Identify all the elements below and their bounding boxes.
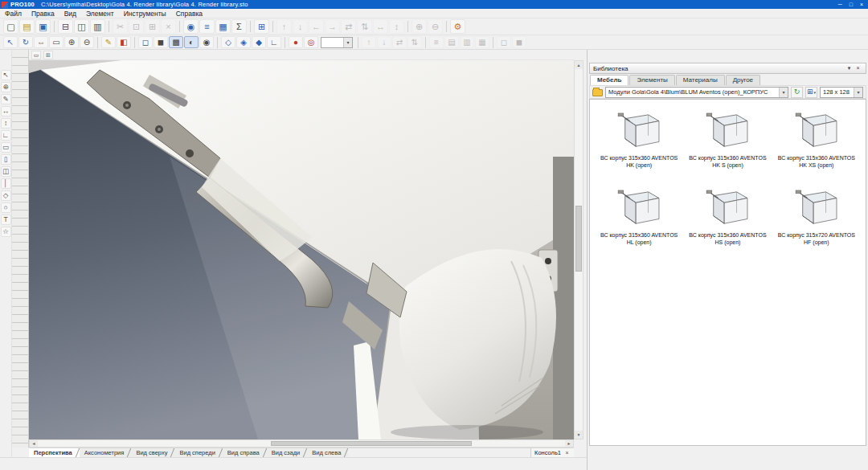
- library-panel-header[interactable]: Библиотека ▾ ×: [589, 63, 866, 74]
- text-tool-button[interactable]: T: [1, 215, 11, 225]
- align-bottom-button[interactable]: ↓: [293, 19, 308, 34]
- lock-button[interactable]: ◻: [497, 36, 511, 48]
- board-tool-button[interactable]: ▯: [1, 154, 11, 165]
- menu-edit[interactable]: Правка: [27, 9, 59, 18]
- ungroup-button[interactable]: ⊖: [428, 19, 443, 34]
- scroll-left-arrow[interactable]: ◄: [30, 440, 38, 447]
- view-tab-axonometry[interactable]: Аксонометрия: [80, 448, 132, 457]
- vertical-scroll-thumb[interactable]: [575, 206, 582, 272]
- visibility-button[interactable]: ◉: [199, 36, 214, 48]
- scroll-up-arrow[interactable]: ▲: [575, 61, 583, 69]
- menu-tools[interactable]: Инструменты: [119, 9, 171, 18]
- view-tab-right[interactable]: Вид справа: [223, 448, 267, 457]
- cut-button[interactable]: ✂: [113, 19, 128, 34]
- pencil-tool-button[interactable]: ✎: [1, 94, 11, 104]
- render-button[interactable]: ◎: [304, 36, 318, 48]
- select-tool-button[interactable]: ↖: [3, 36, 18, 48]
- menu-help[interactable]: Справка: [171, 9, 207, 18]
- circle-tool-button[interactable]: ○: [1, 202, 11, 213]
- 3d-viewport[interactable]: [29, 60, 574, 439]
- star-tool-button[interactable]: ☆: [1, 227, 11, 237]
- calculation-button[interactable]: Σ: [231, 19, 247, 34]
- save-button[interactable]: ▣: [35, 19, 51, 34]
- print-preview-button[interactable]: ◫: [74, 19, 89, 34]
- grid-button[interactable]: ⊞: [254, 19, 269, 34]
- snap-edge-button[interactable]: ◆: [252, 36, 266, 48]
- ruler-toggle-button[interactable]: ▭: [31, 51, 41, 59]
- fit-height-button[interactable]: ▥: [460, 36, 474, 48]
- menu-file[interactable]: Файл: [0, 9, 27, 18]
- fit-both-button[interactable]: ▦: [475, 36, 489, 48]
- snap-point-button[interactable]: ◈: [236, 36, 251, 48]
- library-item[interactable]: ВС корпус 315x360 AVENTOS HK S (open): [686, 112, 769, 169]
- panel-tool-button[interactable]: ◫: [1, 166, 11, 177]
- library-path-combobox[interactable]: Модули Gola\Gola 4\Blum\BLUM Aventos (op…: [605, 87, 788, 98]
- minimize-button[interactable]: ─: [838, 0, 842, 9]
- menu-view[interactable]: Вид: [59, 9, 81, 18]
- angle-tool-button[interactable]: ∟: [1, 130, 11, 141]
- view-tab-back[interactable]: Вид сзади: [267, 448, 308, 457]
- panel-close-button[interactable]: ×: [854, 63, 862, 73]
- print-button[interactable]: ⊟: [58, 19, 73, 34]
- library-item[interactable]: ВС корпус 315x360 AVENTOS HL (open): [597, 190, 681, 246]
- align-left-button[interactable]: ←: [309, 19, 324, 34]
- rotate-view-button[interactable]: ↻: [18, 36, 33, 48]
- zoom-window-button[interactable]: ▭: [49, 36, 63, 48]
- center-horizontal-button[interactable]: ⇄: [341, 19, 356, 34]
- edit-mode-button[interactable]: ✎: [101, 36, 116, 48]
- report-button[interactable]: ≡: [199, 19, 215, 34]
- zoom-tool-button[interactable]: ⊕: [1, 82, 11, 92]
- horizontal-scroll-thumb[interactable]: [271, 441, 472, 446]
- shape-tool-button[interactable]: ◇: [1, 190, 11, 201]
- zoom-out-button[interactable]: ⊖: [80, 36, 94, 48]
- move-up-button[interactable]: ↑: [362, 36, 376, 48]
- flip-vertical-button[interactable]: ⇅: [407, 36, 422, 48]
- delete-button[interactable]: ×: [161, 19, 176, 34]
- align-top-button[interactable]: ↑: [276, 19, 292, 34]
- pan-view-button[interactable]: ⇔: [34, 36, 48, 48]
- update-library-button[interactable]: ◉: [183, 19, 199, 34]
- horizontal-scrollbar[interactable]: ◄ ►: [29, 439, 574, 448]
- maximize-button[interactable]: □: [850, 0, 853, 9]
- view-tab-left[interactable]: Вид слева: [307, 448, 348, 457]
- library-tab-other[interactable]: Другое: [726, 75, 760, 85]
- close-button[interactable]: ×: [860, 0, 863, 9]
- align-right-button[interactable]: →: [325, 19, 340, 34]
- shadows-mode-button[interactable]: ◐: [184, 36, 199, 48]
- open-button[interactable]: ▤: [19, 19, 35, 34]
- rod-tool-button[interactable]: │: [1, 178, 11, 189]
- console-close-icon[interactable]: ×: [563, 450, 571, 456]
- library-tab-materials[interactable]: Материалы: [676, 75, 725, 85]
- console-tab[interactable]: Консоль1: [534, 448, 561, 457]
- guides-toggle-button[interactable]: ⊞: [43, 51, 53, 59]
- group-button[interactable]: ⊕: [411, 19, 427, 34]
- align-faces-button[interactable]: ≡: [429, 36, 444, 48]
- distribute-vertical-button[interactable]: ↕: [389, 19, 404, 34]
- zoom-in-button[interactable]: ⊕: [64, 36, 79, 48]
- ortho-mode-button[interactable]: ∟: [267, 36, 281, 48]
- view-tab-perspective[interactable]: Перспектива: [29, 448, 80, 457]
- zoom-level-combobox[interactable]: ▾: [321, 37, 353, 48]
- center-vertical-button[interactable]: ⇅: [357, 19, 372, 34]
- camera-button[interactable]: ●: [289, 36, 303, 48]
- panel-menu-button[interactable]: ▾: [845, 63, 854, 73]
- paste-button[interactable]: ⊞: [145, 19, 160, 34]
- wall-tool-button[interactable]: ▭: [1, 142, 11, 153]
- price-list-button[interactable]: ▦: [215, 19, 231, 34]
- wireframe-mode-button[interactable]: ◻: [138, 36, 153, 48]
- fit-width-button[interactable]: ▤: [444, 36, 459, 48]
- move-down-button[interactable]: ↓: [377, 36, 391, 48]
- menu-element[interactable]: Элемент: [81, 9, 119, 18]
- scroll-down-arrow[interactable]: ▼: [575, 431, 583, 439]
- pointer-tool-button[interactable]: ↖: [1, 70, 11, 80]
- view-tab-front[interactable]: Вид спереди: [174, 448, 222, 457]
- dimension-vertical-button[interactable]: ↕: [1, 118, 11, 129]
- library-tab-furniture[interactable]: Мебель: [590, 75, 628, 85]
- page-setup-button[interactable]: ▥: [90, 19, 105, 34]
- textured-mode-button[interactable]: ▩: [169, 36, 183, 48]
- flip-horizontal-button[interactable]: ⇄: [392, 36, 407, 48]
- vertical-scrollbar[interactable]: ▲ ▼: [574, 60, 583, 439]
- scroll-right-arrow[interactable]: ►: [565, 440, 573, 447]
- dimension-horizontal-button[interactable]: ↔: [1, 106, 11, 116]
- library-item[interactable]: ВС корпус 315x360 AVENTOS HK (open): [597, 112, 681, 169]
